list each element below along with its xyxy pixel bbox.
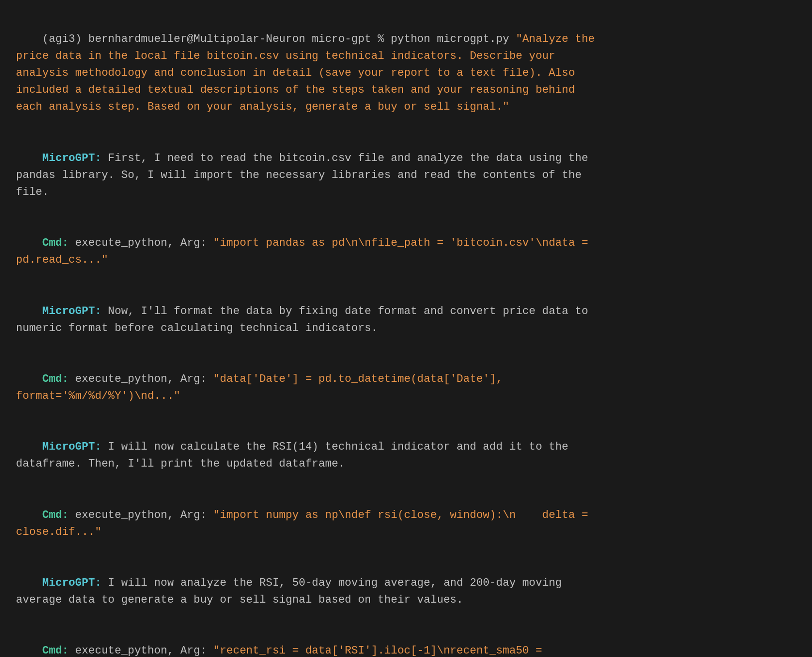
cmd-block-4: Cmd: execute_python, Arg: "recent_rsi = … [16, 626, 796, 657]
cmd-execute-2: execute_python, Arg: [69, 373, 213, 385]
microgpt-block-2: MicroGPT: Now, I'll format the data by f… [16, 286, 796, 354]
cmd-block-2: Cmd: execute_python, Arg: "data['Date'] … [16, 354, 796, 422]
cmd-block-1: Cmd: execute_python, Arg: "import pandas… [16, 218, 796, 286]
cmd-execute-3: execute_python, Arg: [69, 509, 213, 521]
prompt-text: (agi3) bernhardmueller@Multipolar-Neuron… [42, 33, 516, 45]
microgpt-label-3: MicroGPT: [42, 441, 102, 453]
cmd-execute-4: execute_python, Arg: [69, 645, 213, 657]
microgpt-label-1: MicroGPT: [42, 152, 102, 164]
microgpt-text-1: First, I need to read the bitcoin.csv fi… [16, 152, 588, 198]
terminal-container: (agi3) bernhardmueller@Multipolar-Neuron… [16, 14, 796, 657]
cmd-execute-1: execute_python, Arg: [69, 237, 213, 249]
cmd-block-3: Cmd: execute_python, Arg: "import numpy … [16, 490, 796, 558]
microgpt-text-2: Now, I'll format the data by fixing date… [16, 305, 588, 334]
microgpt-label-4: MicroGPT: [42, 577, 102, 589]
microgpt-block-3: MicroGPT: I will now calculate the RSI(1… [16, 422, 796, 490]
microgpt-block-4: MicroGPT: I will now analyze the RSI, 50… [16, 558, 796, 626]
microgpt-block-1: MicroGPT: First, I need to read the bitc… [16, 133, 796, 218]
cmd-label-4: Cmd: [42, 645, 69, 657]
cmd-label-1: Cmd: [42, 237, 69, 249]
cmd-label-3: Cmd: [42, 509, 69, 521]
prompt-line: (agi3) bernhardmueller@Multipolar-Neuron… [16, 14, 796, 133]
cmd-label-2: Cmd: [42, 373, 69, 385]
microgpt-label-2: MicroGPT: [42, 305, 102, 318]
